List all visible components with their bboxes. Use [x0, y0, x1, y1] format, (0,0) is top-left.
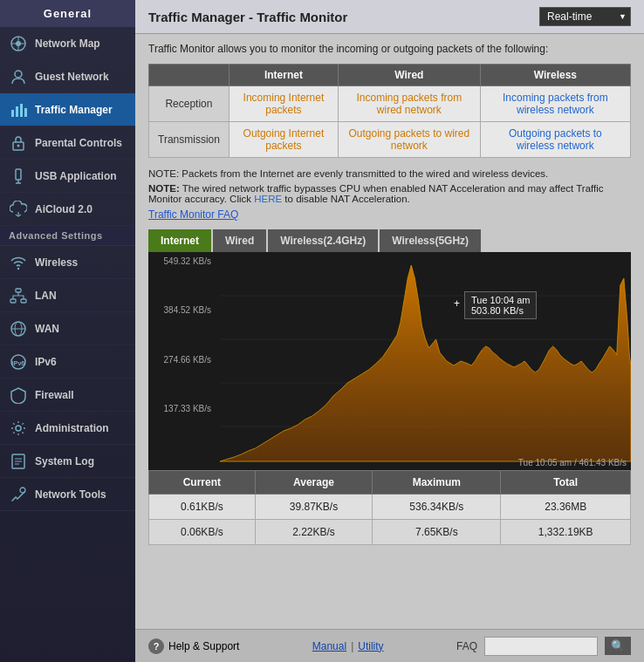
stats-maximum-2: 7.65KB/s [373, 520, 501, 545]
note-2: NOTE: The wired network traffic bypasses… [148, 183, 631, 204]
time-range-dropdown[interactable]: Real-time Last 24 Hours Last 7 Days [539, 7, 631, 26]
sidebar-item-guest-network[interactable]: Guest Network [0, 60, 135, 93]
stats-current-2: 0.06KB/s [149, 520, 256, 545]
faq-label: FAQ [456, 640, 477, 652]
sidebar-item-administration[interactable]: Administration [0, 412, 135, 445]
svg-point-10 [17, 144, 20, 147]
help-support-label: Help & Support [168, 640, 239, 652]
sidebar-general-header: General [0, 0, 135, 27]
sidebar-item-parental-controls[interactable]: Parental Controls [0, 126, 135, 160]
sidebar-item-label: Wireless [35, 256, 78, 269]
stats-col-maximum: Maximum [373, 471, 501, 495]
tab-wireless-24[interactable]: Wireless(2.4GHz) [268, 229, 378, 252]
sidebar-item-network-map[interactable]: Network Map [0, 27, 135, 60]
row-transmission-wired[interactable]: Outgoing packets to wired network [338, 122, 480, 158]
svg-point-21 [16, 426, 21, 431]
stats-col-current: Current [149, 471, 256, 495]
sidebar-item-system-log[interactable]: System Log [0, 445, 135, 478]
help-icon[interactable]: ? [148, 638, 164, 654]
sidebar-item-label: USB Application [35, 170, 117, 182]
svg-rect-7 [20, 104, 23, 117]
sidebar-item-label: Network Map [35, 38, 100, 50]
sidebar: General Network Map Guest Network Traffi… [0, 0, 135, 662]
sidebar-item-ipv6[interactable]: IPv6 IPv6 [0, 345, 135, 379]
stats-row-1: 0.61KB/s 39.87KB/s 536.34KB/s 23.36MB [149, 495, 631, 520]
stats-row-2: 0.06KB/s 2.22KB/s 7.65KB/s 1,332.19KB [149, 520, 631, 545]
sidebar-item-label: WAN [35, 323, 59, 335]
sidebar-item-label: LAN [35, 290, 57, 302]
ipv6-icon: IPv6 [9, 352, 28, 372]
note-1: NOTE: Packets from the Internet are even… [148, 168, 631, 179]
page-title: Traffic Manager - Traffic Monitor [148, 10, 347, 24]
y-label-4: 137.33 KB/s [148, 404, 216, 413]
tooltip-crosshair: + [454, 297, 460, 310]
row-transmission-internet[interactable]: Outgoing Internet packets [229, 122, 338, 158]
stats-average-2: 2.22KB/s [255, 520, 372, 545]
aicloud-icon [9, 200, 28, 219]
sidebar-item-label: Traffic Manager [35, 104, 113, 116]
svg-rect-11 [16, 169, 21, 180]
footer-help-links: Help & Support [168, 640, 239, 652]
faq-search-button[interactable]: 🔍 [605, 637, 631, 655]
svg-rect-5 [11, 110, 14, 117]
svg-point-12 [17, 267, 19, 269]
col-header-empty [149, 65, 230, 86]
svg-point-26 [20, 488, 25, 493]
tab-wireless-5[interactable]: Wireless(5GHz) [380, 229, 481, 252]
chart-bottom-label: Tue 10:05 am / 461.43 KB/s [518, 458, 627, 467]
lan-icon [9, 286, 28, 305]
svg-point-4 [15, 71, 22, 78]
usb-application-icon [9, 167, 28, 186]
guest-network-icon [9, 67, 28, 86]
time-range-dropdown-wrapper[interactable]: Real-time Last 24 Hours Last 7 Days [539, 7, 631, 26]
faq-search-input[interactable] [484, 637, 598, 656]
traffic-monitor-faq-link[interactable]: Traffic Monitor FAQ [148, 208, 238, 221]
sidebar-item-wireless[interactable]: Wireless [0, 246, 135, 279]
row-transmission-wireless[interactable]: Outgoing packets to wireless network [480, 122, 630, 158]
sidebar-item-traffic-manager[interactable]: Traffic Manager [0, 93, 135, 126]
utility-link[interactable]: Utility [358, 640, 383, 652]
sidebar-item-firewall[interactable]: Firewall [0, 379, 135, 412]
col-header-wired: Wired [338, 65, 480, 86]
main-footer: ? Help & Support Manual | Utility FAQ 🔍 [135, 629, 644, 662]
wireless-icon [9, 253, 28, 272]
wan-icon [9, 319, 28, 338]
system-log-icon [9, 452, 28, 471]
svg-rect-13 [16, 289, 21, 292]
row-transmission-label: Transmission [149, 122, 230, 158]
sidebar-advanced-header: Advanced Settings [0, 226, 135, 246]
sidebar-item-wan[interactable]: WAN [0, 312, 135, 345]
chart-tooltip: Tue 10:04 am 503.80 KB/s [464, 291, 537, 319]
row-reception-wired[interactable]: Incoming packets from wired network [338, 86, 480, 122]
sidebar-item-aicloud[interactable]: AiCloud 2.0 [0, 193, 135, 226]
tab-internet[interactable]: Internet [148, 229, 211, 252]
stats-table: Current Average Maximum Total 0.61KB/s 3… [148, 470, 631, 545]
chart-y-labels: 549.32 KB/s 384.52 KB/s 274.66 KB/s 137.… [148, 252, 220, 453]
manual-link[interactable]: Manual [312, 640, 346, 652]
traffic-manager-icon [9, 100, 28, 119]
sidebar-item-usb-application[interactable]: USB Application [0, 160, 135, 193]
svg-rect-8 [24, 108, 27, 117]
parental-controls-icon [9, 133, 28, 153]
stats-total-1: 23.36MB [501, 495, 631, 520]
svg-rect-15 [21, 299, 26, 303]
sidebar-item-label: IPv6 [35, 356, 57, 368]
sidebar-item-lan[interactable]: LAN [0, 279, 135, 312]
chart-svg [220, 252, 631, 470]
main-content: Traffic Manager - Traffic Monitor Real-t… [135, 0, 644, 662]
row-reception-wireless[interactable]: Incoming packets from wireless network [480, 86, 630, 122]
svg-text:IPv6: IPv6 [12, 360, 25, 366]
row-reception-internet[interactable]: Incoming Internet packets [229, 86, 338, 122]
tab-wired[interactable]: Wired [213, 229, 266, 252]
sidebar-item-label: Network Tools [35, 488, 106, 501]
stats-current-1: 0.61KB/s [149, 495, 256, 520]
footer-left: ? Help & Support [148, 638, 239, 654]
main-header: Traffic Manager - Traffic Monitor Real-t… [135, 0, 644, 34]
sidebar-item-network-tools[interactable]: Network Tools [0, 478, 135, 511]
y-label-3: 274.66 KB/s [148, 355, 216, 365]
stats-average-1: 39.87KB/s [255, 495, 372, 520]
sidebar-item-label: Administration [35, 422, 109, 434]
chart-tab-bar: Internet Wired Wireless(2.4GHz) Wireless… [148, 229, 631, 252]
here-link[interactable]: HERE [254, 194, 282, 204]
sidebar-item-label: Parental Controls [35, 137, 122, 149]
